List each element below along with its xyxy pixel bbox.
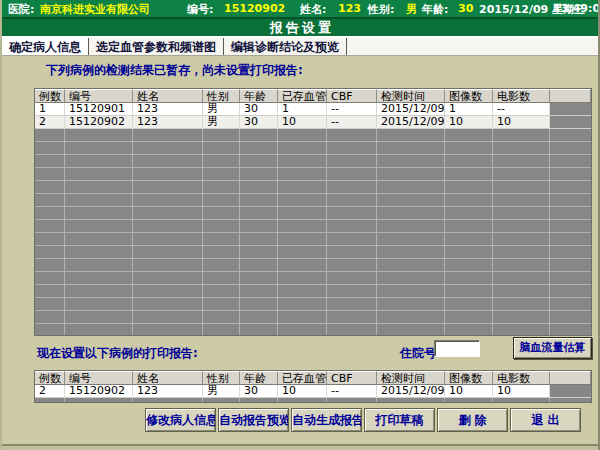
table-cell bbox=[445, 129, 493, 142]
table-row[interactable]: 215120902123男3010--2015/12/091010 bbox=[35, 116, 591, 129]
table-cell bbox=[203, 324, 240, 336]
table-cell bbox=[35, 259, 65, 272]
table-cell bbox=[35, 298, 65, 311]
table-cell bbox=[35, 398, 65, 403]
table-row bbox=[35, 298, 591, 311]
table-cell: 2015/12/09 bbox=[377, 103, 445, 116]
table-cell bbox=[493, 220, 550, 233]
table-cell bbox=[133, 246, 203, 259]
table-cell bbox=[445, 285, 493, 298]
table-cell bbox=[35, 207, 65, 220]
table-cell bbox=[65, 142, 133, 155]
table-cell: 10 bbox=[445, 116, 493, 129]
age-label: 年龄: bbox=[422, 2, 448, 17]
patient-name-value: 123 bbox=[338, 2, 361, 15]
table-cell bbox=[327, 398, 377, 403]
table-cell: 15120902 bbox=[65, 385, 133, 398]
table-row bbox=[35, 259, 591, 272]
table-header-cell: 姓名 bbox=[133, 371, 203, 385]
table-header-cell: 性别 bbox=[203, 89, 240, 103]
action-button-row: 修改病人信息自动报告预览自动生成报告打印草稿删 除退 出 bbox=[145, 408, 583, 432]
table-header-cell: 年龄 bbox=[240, 371, 278, 385]
table-cell bbox=[550, 142, 591, 155]
table-cell bbox=[203, 142, 240, 155]
table-cell bbox=[278, 311, 327, 324]
table-row bbox=[35, 398, 591, 403]
table-cell bbox=[327, 285, 377, 298]
table-cell bbox=[493, 259, 550, 272]
tab-confirm-patient-info[interactable]: 确定病人信息 bbox=[2, 38, 89, 55]
table-cell bbox=[493, 207, 550, 220]
table-cell bbox=[133, 285, 203, 298]
table-row bbox=[35, 155, 591, 168]
table-cell bbox=[550, 220, 591, 233]
table-cell: 2 bbox=[35, 116, 65, 129]
current-cases-table[interactable]: 例数编号姓名性别年龄已存血管...CBF检测时间图像数电影数2151209021… bbox=[34, 370, 592, 403]
cbf-estimate-button[interactable]: 脑血流量估算 bbox=[513, 337, 592, 359]
table-cell bbox=[493, 298, 550, 311]
table-header-cell: 编号 bbox=[65, 89, 133, 103]
table-cell bbox=[327, 246, 377, 259]
table-cell bbox=[133, 155, 203, 168]
table-header-cell bbox=[550, 89, 591, 103]
table-row[interactable]: 215120902123男3010--2015/12/091010 bbox=[35, 385, 591, 398]
table-header-row: 例数编号姓名性别年龄已存血管...CBF检测时间图像数电影数 bbox=[35, 89, 591, 103]
table-cell bbox=[65, 324, 133, 336]
print-draft-button[interactable]: 打印草稿 bbox=[364, 408, 435, 432]
table-cell bbox=[377, 311, 445, 324]
table-cell bbox=[327, 324, 377, 336]
table-cell bbox=[203, 398, 240, 403]
auto-report-preview-button[interactable]: 自动报告预览 bbox=[218, 408, 289, 432]
table-cell bbox=[550, 259, 591, 272]
admission-number-input[interactable] bbox=[434, 340, 480, 357]
table-cell bbox=[445, 194, 493, 207]
table-cell bbox=[377, 285, 445, 298]
table-header-cell: 已存血管... bbox=[278, 89, 327, 103]
table-cell bbox=[550, 168, 591, 181]
table-cell bbox=[377, 233, 445, 246]
table-header-cell: 例数 bbox=[35, 89, 65, 103]
table-cell bbox=[278, 194, 327, 207]
modify-patient-info-button[interactable]: 修改病人信息 bbox=[145, 408, 216, 432]
table-cell bbox=[240, 285, 278, 298]
table-cell bbox=[65, 155, 133, 168]
table-cell bbox=[65, 272, 133, 285]
table-cell bbox=[240, 194, 278, 207]
table-header-cell: 编号 bbox=[65, 371, 133, 385]
table-header-cell: 检测时间 bbox=[377, 89, 445, 103]
auto-generate-report-button[interactable]: 自动生成报告 bbox=[291, 408, 362, 432]
table-cell bbox=[550, 194, 591, 207]
table-cell bbox=[278, 207, 327, 220]
table-cell bbox=[278, 298, 327, 311]
table-header-cell: 图像数 bbox=[445, 371, 493, 385]
table-cell bbox=[133, 194, 203, 207]
table-row bbox=[35, 142, 591, 155]
table-cell bbox=[377, 155, 445, 168]
exit-button[interactable]: 退 出 bbox=[510, 408, 581, 432]
table-cell bbox=[240, 259, 278, 272]
table-cell bbox=[327, 129, 377, 142]
pending-cases-table[interactable]: 例数编号姓名性别年龄已存血管...CBF检测时间图像数电影数1151209011… bbox=[34, 88, 592, 336]
tab-select-vessel-params[interactable]: 选定血管参数和频谱图 bbox=[89, 38, 224, 55]
table-cell bbox=[327, 194, 377, 207]
tab-edit-diagnosis-preview[interactable]: 编辑诊断结论及预览 bbox=[224, 38, 347, 55]
table-cell bbox=[445, 398, 493, 403]
table-cell bbox=[493, 272, 550, 285]
table-cell bbox=[445, 298, 493, 311]
table-cell bbox=[35, 220, 65, 233]
table-cell bbox=[377, 194, 445, 207]
table-cell bbox=[445, 142, 493, 155]
table-row bbox=[35, 246, 591, 259]
table-cell bbox=[240, 298, 278, 311]
table-header-cell: 检测时间 bbox=[377, 371, 445, 385]
table-cell: 10 bbox=[493, 116, 550, 129]
table-row[interactable]: 115120901123男301--2015/12/091-- bbox=[35, 103, 591, 116]
table-cell bbox=[278, 272, 327, 285]
hospital-label: 医院: bbox=[8, 2, 34, 17]
table-row bbox=[35, 272, 591, 285]
table-cell bbox=[133, 398, 203, 403]
delete-button[interactable]: 删 除 bbox=[437, 408, 508, 432]
table-cell bbox=[35, 246, 65, 259]
table-cell: 2015/12/09 bbox=[377, 385, 445, 398]
table-cell bbox=[133, 207, 203, 220]
